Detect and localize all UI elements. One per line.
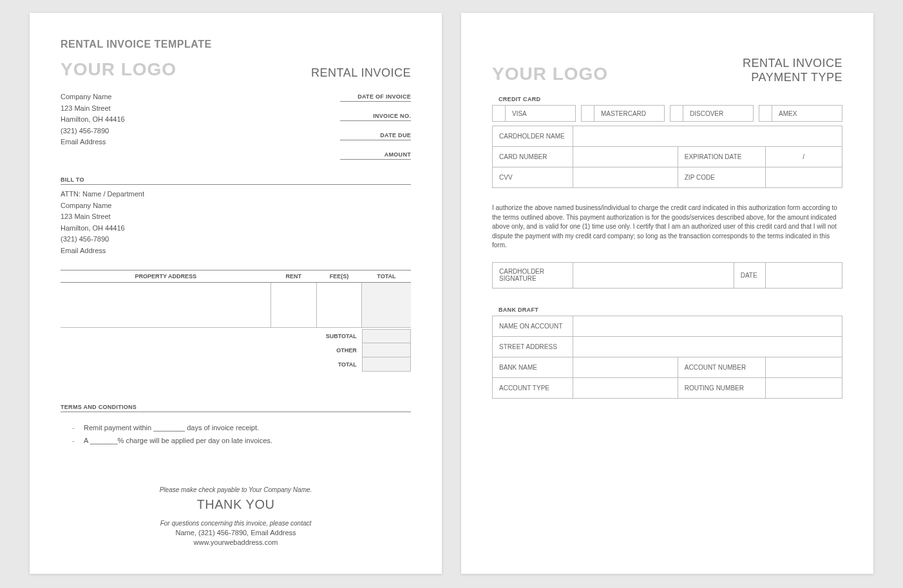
signature-table: CARDHOLDER SIGNATURE DATE bbox=[492, 262, 842, 289]
company-name: Company Name bbox=[61, 91, 125, 103]
cardholder-name-label: CARDHOLDER NAME bbox=[493, 126, 573, 147]
company-email: Email Address bbox=[61, 137, 125, 148]
checkbox-icon[interactable] bbox=[670, 106, 683, 121]
subtotal-value bbox=[362, 329, 411, 343]
checkbox-icon[interactable] bbox=[493, 106, 506, 121]
date-of-invoice-field[interactable]: DATE OF INVOICE bbox=[340, 91, 411, 102]
account-type-label: ACCOUNT TYPE bbox=[493, 377, 573, 398]
zip-label: ZIP CODE bbox=[678, 167, 765, 188]
card-number-label: CARD NUMBER bbox=[493, 147, 573, 167]
expiration-input[interactable]: / bbox=[765, 147, 842, 167]
bill-to-block: ATTN: Name / Department Company Name 123… bbox=[61, 189, 411, 257]
cc-type-label: VISA bbox=[506, 110, 533, 117]
account-type-input[interactable] bbox=[573, 377, 678, 398]
cc-type-row: VISA MASTERCARD DISCOVER AMEX bbox=[492, 105, 842, 122]
other-label: OTHER bbox=[317, 343, 362, 357]
bill-to-city: Hamilton, OH 44416 bbox=[61, 223, 411, 234]
bill-to-company: Company Name bbox=[61, 200, 411, 212]
checkbox-icon[interactable] bbox=[582, 106, 594, 121]
fees-cell[interactable] bbox=[316, 282, 362, 327]
company-street: 123 Main Street bbox=[61, 103, 125, 115]
account-name-input[interactable] bbox=[573, 316, 842, 336]
authorization-text: I authorize the above named business/ind… bbox=[492, 204, 842, 251]
table-row[interactable] bbox=[61, 282, 411, 327]
zip-input[interactable] bbox=[765, 167, 842, 188]
logo-placeholder: YOUR LOGO bbox=[492, 64, 608, 84]
cc-type-mastercard[interactable]: MASTERCARD bbox=[581, 105, 665, 122]
term-item: A _______% charge will be applied per da… bbox=[72, 434, 411, 448]
row-total-cell bbox=[362, 282, 411, 327]
document-title: RENTAL INVOICE PAYMENT TYPE bbox=[743, 57, 842, 84]
rent-cell[interactable] bbox=[271, 282, 316, 327]
doc-title-line1: RENTAL INVOICE bbox=[743, 57, 842, 71]
routing-number-input[interactable] bbox=[765, 377, 842, 398]
company-phone: (321) 456-7890 bbox=[61, 126, 125, 137]
footer: Please make check payable to Your Compan… bbox=[61, 486, 411, 546]
credit-card-table: CARDHOLDER NAME CARD NUMBER EXPIRATION D… bbox=[492, 126, 842, 188]
cc-type-label: DISCOVER bbox=[683, 110, 730, 117]
web-address: www.yourwebaddress.com bbox=[61, 538, 411, 546]
totals-block: SUBTOTAL OTHER TOTAL bbox=[61, 329, 411, 372]
street-address-label: STREET ADDRESS bbox=[493, 336, 573, 357]
thank-you: THANK YOU bbox=[61, 497, 411, 512]
contact-line: Name, (321) 456-7890, Email Address bbox=[61, 529, 411, 536]
signature-label: CARDHOLDER SIGNATURE bbox=[493, 262, 573, 288]
logo-placeholder: YOUR LOGO bbox=[61, 59, 176, 80]
payable-text: Please make check payable to Your Compan… bbox=[61, 486, 411, 493]
bill-to-attn: ATTN: Name / Department bbox=[61, 189, 411, 200]
bill-to-street: 123 Main Street bbox=[61, 211, 411, 223]
cardholder-name-input[interactable] bbox=[573, 126, 842, 147]
cvv-input[interactable] bbox=[573, 167, 678, 188]
company-block: Company Name 123 Main Street Hamilton, O… bbox=[61, 91, 125, 169]
bill-to-label: BILL TO bbox=[61, 176, 411, 185]
account-number-input[interactable] bbox=[765, 357, 842, 377]
doc-title-line2: PAYMENT TYPE bbox=[743, 71, 842, 85]
company-city: Hamilton, OH 44416 bbox=[61, 114, 125, 126]
other-value[interactable] bbox=[362, 343, 411, 357]
bank-name-input[interactable] bbox=[573, 357, 678, 377]
total-label: TOTAL bbox=[317, 357, 362, 372]
col-rent: RENT bbox=[271, 270, 316, 282]
bill-to-email: Email Address bbox=[61, 245, 411, 257]
signature-date-label: DATE bbox=[734, 262, 765, 288]
cc-type-amex[interactable]: AMEX bbox=[759, 105, 842, 122]
credit-card-header: CREDIT CARD bbox=[499, 96, 842, 102]
street-address-input[interactable] bbox=[573, 336, 842, 357]
routing-number-label: ROUTING NUMBER bbox=[678, 377, 765, 398]
checkbox-icon[interactable] bbox=[759, 106, 772, 121]
signature-date-field[interactable] bbox=[765, 262, 842, 288]
invoice-page-1: RENTAL INVOICE TEMPLATE YOUR LOGO RENTAL… bbox=[30, 13, 442, 574]
signature-field[interactable] bbox=[573, 262, 734, 288]
card-number-input[interactable] bbox=[573, 147, 678, 167]
expiration-label: EXPIRATION DATE bbox=[678, 147, 765, 167]
account-number-label: ACCOUNT NUMBER bbox=[678, 357, 765, 377]
bill-to-phone: (321) 456-7890 bbox=[61, 234, 411, 245]
bank-draft-header: BANK DRAFT bbox=[499, 307, 842, 313]
document-title: RENTAL INVOICE bbox=[311, 66, 411, 80]
property-table: PROPERTY ADDRESS RENT FEE(S) TOTAL bbox=[61, 270, 411, 328]
invoice-page-2: YOUR LOGO RENTAL INVOICE PAYMENT TYPE CR… bbox=[461, 13, 873, 574]
account-name-label: NAME ON ACCOUNT bbox=[493, 316, 573, 336]
date-due-field[interactable]: DATE DUE bbox=[340, 130, 411, 140]
cc-type-label: MASTERCARD bbox=[594, 110, 652, 117]
invoice-no-field[interactable]: INVOICE NO. bbox=[340, 111, 411, 121]
contact-intro: For questions concerning this invoice, p… bbox=[61, 520, 411, 527]
amount-field[interactable]: AMOUNT bbox=[340, 149, 411, 160]
cc-type-discover[interactable]: DISCOVER bbox=[670, 105, 754, 122]
col-fees: FEE(S) bbox=[316, 270, 362, 282]
col-total: TOTAL bbox=[362, 270, 411, 282]
terms-section: TERMS AND CONDITIONS Remit payment withi… bbox=[61, 404, 411, 448]
cc-type-label: AMEX bbox=[772, 110, 803, 117]
bank-name-label: BANK NAME bbox=[493, 357, 573, 377]
bank-draft-table: NAME ON ACCOUNT STREET ADDRESS BANK NAME… bbox=[492, 316, 842, 399]
total-value bbox=[362, 357, 411, 372]
template-title: RENTAL INVOICE TEMPLATE bbox=[61, 39, 411, 50]
subtotal-label: SUBTOTAL bbox=[317, 329, 362, 343]
invoice-meta: DATE OF INVOICE INVOICE NO. DATE DUE AMO… bbox=[340, 91, 411, 169]
col-property-address: PROPERTY ADDRESS bbox=[61, 270, 271, 282]
cvv-label: CVV bbox=[493, 167, 573, 188]
property-address-cell[interactable] bbox=[61, 282, 271, 327]
terms-header: TERMS AND CONDITIONS bbox=[61, 404, 411, 412]
cc-type-visa[interactable]: VISA bbox=[492, 105, 576, 122]
term-item: Remit payment within ________ days of in… bbox=[72, 421, 411, 435]
